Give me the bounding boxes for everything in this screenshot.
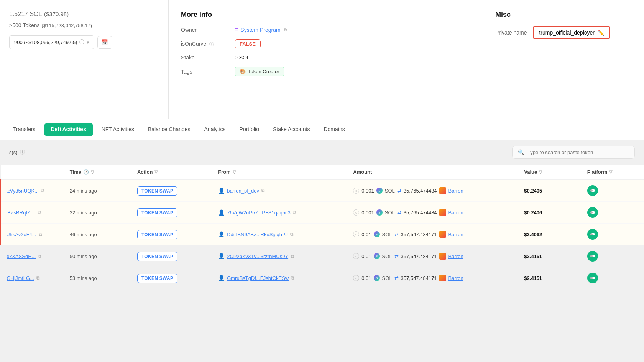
tag-text: Token Creator — [248, 69, 279, 74]
from-link[interactable]: 76VgW2uP57...PFS1qJq5c3 — [227, 210, 291, 216]
private-name-label: Private name — [495, 30, 527, 36]
platform-icon[interactable] — [587, 273, 598, 283]
capsule-icon — [590, 232, 595, 237]
owner-copy-icon[interactable]: ⧉ — [284, 27, 287, 33]
system-program-link[interactable]: ≡ System Program — [235, 26, 281, 33]
token-name-link[interactable]: Barron — [449, 188, 463, 194]
time-value: 46 mins ago — [70, 232, 97, 237]
action-badge: TOKEN SWAP — [137, 274, 177, 283]
clock-small-icon: ○ — [353, 275, 359, 281]
nft-avatar — [439, 187, 446, 194]
from-filter-icon[interactable]: ▽ — [233, 169, 236, 174]
cell-action: TOKEN SWAP — [131, 202, 212, 224]
tab-portfolio[interactable]: Portfolio — [233, 120, 266, 139]
cell-from: 👤 DdiTBN9ABz...RkuSjpqhPJ ⧉ — [212, 224, 347, 245]
cell-value: $0.2405 — [518, 180, 581, 202]
cell-value: $2.4151 — [518, 245, 581, 267]
cell-action: TOKEN SWAP — [131, 224, 212, 245]
from-copy-icon[interactable]: ⧉ — [293, 210, 296, 215]
cell-from: 👤 barron_pf_dev ⧉ — [212, 180, 347, 202]
hash-copy-icon[interactable]: ⧉ — [38, 210, 41, 215]
tags-label: Tags — [181, 69, 235, 75]
token-name-link[interactable]: Barron — [449, 275, 463, 281]
sol-icon: S — [374, 275, 380, 281]
nft-avatar — [439, 275, 446, 281]
tx-count-label: s(s) — [9, 150, 18, 155]
cell-hash: zVyd5nUQK... ⧉ — [1, 180, 64, 202]
search-input[interactable] — [527, 150, 627, 155]
action-filter-icon[interactable]: ▽ — [154, 169, 158, 174]
hash-copy-icon[interactable]: ⧉ — [36, 275, 40, 281]
amount-sol: 0.001 — [361, 188, 374, 194]
platform-icon[interactable] — [587, 229, 598, 240]
token-name-link[interactable]: Barron — [449, 253, 463, 259]
hash-copy-icon[interactable]: ⧉ — [39, 232, 42, 237]
col-value: Value ▽ — [518, 165, 581, 180]
action-badge: TOKEN SWAP — [137, 252, 177, 261]
platform-filter-icon[interactable]: ▽ — [609, 169, 612, 174]
col-hash — [1, 165, 64, 180]
page-container: 1.5217 SOL ($370.98) >500 Tokens ($115,7… — [0, 0, 644, 362]
tags-value: 🎨 Token Creator — [235, 67, 284, 76]
platform-icon[interactable] — [587, 207, 598, 218]
from-link[interactable]: GmruBsTgDf...FJsbtCkESw — [227, 275, 289, 281]
tab-stake-accounts[interactable]: Stake Accounts — [266, 120, 317, 139]
from-link[interactable]: barron_pf_dev — [227, 188, 259, 194]
swap-arrows-icon: ⇄ — [394, 253, 399, 259]
tokens-amount: >500 Tokens ($115,723,042,758.17) — [9, 21, 159, 29]
cell-from: 👤 76VgW2uP57...PFS1qJq5c3 ⧉ — [212, 202, 347, 224]
tags-row: Tags 🎨 Token Creator — [181, 67, 470, 76]
tx-hash-link[interactable]: zVyd5nUQK... — [7, 188, 39, 194]
tx-hash-link[interactable]: BZsBRqfZf... — [7, 210, 36, 216]
left-card: 1.5217 SOL ($370.98) >500 Tokens ($115,7… — [0, 0, 169, 119]
tab-defi-activities[interactable]: Defi Activities — [44, 123, 93, 136]
tab-balance-changes[interactable]: Balance Changes — [141, 120, 197, 139]
hash-copy-icon[interactable]: ⧉ — [41, 188, 44, 193]
cell-from: 👤 2CP2bKv31V...3rzrhMUs9Y ⧉ — [212, 245, 347, 267]
hash-copy-icon[interactable]: ⧉ — [38, 253, 41, 259]
from-copy-icon[interactable]: ⧉ — [291, 275, 294, 281]
edit-icon[interactable]: ✏️ — [598, 30, 604, 36]
time-filter-icon[interactable]: ▽ — [91, 169, 94, 174]
action-badge: TOKEN SWAP — [137, 230, 177, 239]
from-copy-icon[interactable]: ⧉ — [291, 253, 294, 259]
amount-dropdown[interactable]: 900 (~$108,066,229,749.65) ⓘ ▾ — [9, 35, 94, 49]
from-wallet-icon: 👤 — [218, 275, 225, 281]
token-name-link[interactable]: Barron — [449, 232, 463, 237]
nft-avatar — [439, 231, 446, 238]
owner-value: ≡ System Program ⧉ — [235, 26, 287, 33]
value-filter-icon[interactable]: ▽ — [539, 169, 542, 174]
tab-transfers[interactable]: Transfers — [6, 120, 43, 139]
is-on-curve-label: isOnCurve ⓘ — [181, 41, 235, 48]
top-section: 1.5217 SOL ($370.98) >500 Tokens ($115,7… — [0, 0, 644, 119]
from-wallet-icon: 👤 — [218, 209, 225, 216]
main-content: Transfers Defi Activities NFT Activities… — [0, 119, 644, 362]
tx-hash-link[interactable]: GHjJmtLG... — [7, 275, 34, 281]
more-info-card: More info Owner ≡ System Program ⧉ isOnC… — [169, 0, 483, 119]
from-link[interactable]: 2CP2bKv31V...3rzrhMUs9Y — [227, 253, 288, 259]
clock-small-icon: ○ — [353, 253, 359, 259]
tx-hash-link[interactable]: JhsAv2oF4... — [7, 232, 36, 237]
private-name-row: Private name trump_official_deployer ✏️ — [495, 26, 632, 39]
tab-nft-activities[interactable]: NFT Activities — [95, 120, 141, 139]
sol-icon: S — [376, 209, 383, 216]
table-row: GHjJmtLG... ⧉ 53 mins ago TOKEN SWAP 👤 G… — [1, 267, 644, 289]
swap-amount: 357,547.484171 — [401, 253, 437, 259]
from-copy-icon[interactable]: ⧉ — [290, 232, 294, 237]
from-link[interactable]: DdiTBN9ABz...RkuSjpqhPJ — [227, 232, 288, 237]
cell-value: $2.4151 — [518, 267, 581, 289]
tab-analytics[interactable]: Analytics — [197, 120, 233, 139]
system-program-text: System Program — [240, 27, 280, 33]
calendar-button[interactable]: 📅 — [97, 36, 112, 49]
col-amount: Amount — [347, 165, 518, 180]
token-name-link[interactable]: Barron — [449, 210, 463, 216]
col-platform: Platform ▽ — [581, 165, 644, 180]
platform-icon[interactable] — [587, 251, 598, 262]
table-body: zVyd5nUQK... ⧉ 24 mins ago TOKEN SWAP 👤 … — [1, 180, 644, 289]
misc-card: Misc Private name trump_official_deploye… — [483, 0, 644, 119]
cell-amount: ○ 0.01 S SOL ⇄ 357,547.484171 Barron — [347, 224, 518, 245]
tab-domains[interactable]: Domains — [317, 120, 352, 139]
from-copy-icon[interactable]: ⧉ — [261, 188, 265, 193]
platform-icon[interactable] — [587, 185, 598, 196]
tx-hash-link[interactable]: dxXASSdH... — [7, 253, 36, 259]
